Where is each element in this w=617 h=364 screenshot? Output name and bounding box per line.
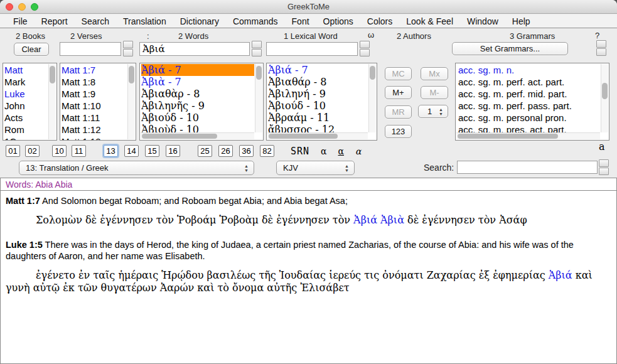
word-spinner-up[interactable] (252, 41, 262, 48)
memory-plus-button[interactable]: M+ (385, 86, 412, 99)
words-hscrollbar[interactable] (141, 132, 254, 139)
list-item[interactable]: Ἀβιαθὰρ - 8 (141, 88, 254, 100)
menu-file[interactable]: File (6, 16, 35, 26)
verse-spinner-up[interactable] (123, 41, 133, 48)
numeric-mode-button[interactable]: 123 (385, 125, 412, 138)
list-item[interactable]: Matt 1:12 (62, 124, 127, 136)
list-item[interactable]: Ἀβραάμ - 11 (268, 112, 368, 124)
results-pane[interactable]: Matt 1:7 And Solomon begat Roboam; and R… (0, 190, 617, 364)
menu-commands[interactable]: Commands (226, 16, 285, 26)
list-item[interactable]: Matt 1:11 (62, 112, 127, 124)
list-item[interactable]: Luke (4, 88, 48, 100)
list-item[interactable]: Ἀβιά - 7 (268, 64, 368, 76)
word-spinner-down[interactable] (252, 49, 262, 56)
list-item[interactable]: Rom (4, 124, 48, 136)
words-hscrollbar-thumb[interactable] (142, 134, 217, 139)
grammar-spinner[interactable] (596, 40, 606, 56)
list-item-selected[interactable]: Ἀβιά - 7 (141, 64, 254, 76)
lexical-spinner-down[interactable] (360, 49, 370, 56)
words-vscrollbar[interactable] (255, 64, 262, 132)
grammars-vscrollbar-thumb[interactable] (602, 83, 608, 99)
verses-scrollbar-thumb[interactable] (129, 66, 134, 83)
lexical-filter-input[interactable] (266, 42, 358, 56)
grammars-hscrollbar[interactable] (456, 132, 600, 139)
list-item[interactable]: Ἀβιληνή - 9 (268, 88, 368, 100)
list-item[interactable]: acc. sg. m. perf. act. part. (458, 76, 600, 88)
books-scrollbar[interactable] (48, 64, 56, 139)
lexical-vscrollbar[interactable] (368, 64, 376, 132)
search-spinner-down[interactable] (599, 168, 609, 175)
list-item[interactable]: Matt 1:9 (62, 88, 127, 100)
menu-colors[interactable]: Colors (360, 16, 399, 26)
menu-search[interactable]: Search (75, 16, 116, 26)
book-number-button[interactable]: 11 (72, 145, 86, 157)
set-grammars-button[interactable]: Set Grammars... (452, 42, 568, 55)
list-item[interactable]: Mark (4, 76, 48, 88)
book-number-button[interactable]: 15 (145, 145, 159, 157)
list-item[interactable]: Ἀβιὰ - 7 (141, 76, 254, 88)
list-item[interactable]: Matt 1:13 (62, 136, 127, 140)
help-icon[interactable]: ? (595, 31, 599, 40)
book-number-button[interactable]: 25 (198, 145, 212, 157)
lexical-vscrollbar-thumb[interactable] (370, 66, 375, 80)
grammar-spinner-down[interactable] (596, 48, 606, 56)
menu-dictionary[interactable]: Dictionary (173, 16, 226, 26)
alpha-style-button-3[interactable]: α (355, 146, 361, 156)
menu-look-and-feel[interactable]: Look & Feel (399, 16, 460, 26)
list-item[interactable]: Matt 1:7 (62, 64, 127, 76)
grammars-hscrollbar-thumb[interactable] (458, 134, 558, 139)
list-item[interactable]: Matt (4, 64, 48, 76)
book-number-button[interactable]: 10 (52, 145, 67, 157)
search-spinner[interactable] (599, 159, 609, 175)
lexical-spinner[interactable] (360, 41, 370, 56)
book-number-button[interactable]: 16 (166, 145, 180, 157)
list-item[interactable]: John (4, 100, 48, 112)
srn-toggle[interactable]: SRN (291, 146, 309, 157)
list-item[interactable]: acc. sg. m. n. (458, 64, 600, 76)
verse-spinner-down[interactable] (123, 49, 133, 56)
book-number-button-active[interactable]: 13 (104, 145, 118, 157)
lexical-hscrollbar[interactable] (267, 132, 368, 139)
list-item[interactable]: Ἀβιαθάρ - 8 (268, 76, 368, 88)
memory-count-stepper[interactable]: 1 ▲▼ (418, 105, 448, 118)
list-item[interactable]: Acts (4, 112, 48, 124)
words-vscrollbar-thumb[interactable] (256, 66, 262, 80)
display-mode-select[interactable]: 13: Translation / Greek ▲▼ (19, 161, 254, 175)
list-item[interactable]: Ἀβιληνῆς - 9 (141, 100, 254, 112)
verse-filter-input[interactable] (60, 42, 121, 56)
list-item[interactable]: Ἀβιοὺδ - 10 (141, 124, 254, 132)
alpha-style-button-2[interactable]: α (338, 146, 344, 156)
list-item[interactable]: acc. sg. m. perf. pass. part. (458, 100, 600, 112)
list-item[interactable]: Matt 1:10 (62, 100, 127, 112)
list-item[interactable]: acc. sg. m. personal pron. (458, 112, 600, 124)
translation-select[interactable]: KJV ▲▼ (276, 161, 355, 175)
word-filter-input[interactable] (139, 42, 250, 56)
grammar-spinner-up[interactable] (596, 40, 606, 48)
list-item[interactable]: Matt 1:8 (62, 76, 127, 88)
books-scrollbar-thumb[interactable] (50, 66, 55, 83)
book-number-button[interactable]: 14 (124, 145, 139, 157)
menu-window[interactable]: Window (460, 16, 505, 26)
lexical-hscrollbar-thumb[interactable] (269, 134, 338, 139)
book-number-button[interactable]: 01 (6, 145, 20, 157)
menu-translation[interactable]: Translation (116, 16, 173, 26)
search-input[interactable] (457, 161, 598, 174)
list-item[interactable]: Ἀβιούδ - 10 (141, 112, 254, 124)
book-number-button[interactable]: 26 (218, 145, 233, 157)
menu-report[interactable]: Report (35, 16, 75, 26)
list-item[interactable]: Ἀβιούδ - 10 (268, 100, 368, 112)
book-number-button[interactable]: 36 (239, 145, 254, 157)
book-number-button[interactable]: 82 (260, 145, 274, 157)
list-item[interactable]: acc. sg. m. perf. mid. part. (458, 88, 600, 100)
search-spinner-up[interactable] (599, 159, 609, 167)
alpha-style-button-1[interactable]: α (321, 146, 326, 156)
grammars-vscrollbar[interactable] (601, 64, 608, 132)
book-number-button[interactable]: 02 (25, 145, 40, 157)
list-item[interactable]: ἄβυσσος - 12 (268, 124, 368, 132)
verse-spinner[interactable] (123, 41, 133, 56)
menu-help[interactable]: Help (505, 16, 537, 26)
menu-options[interactable]: Options (316, 16, 360, 26)
verses-scrollbar[interactable] (127, 64, 135, 139)
word-spinner[interactable] (252, 41, 262, 56)
list-item[interactable]: acc. sg. m. pres. act. part. (458, 124, 600, 132)
